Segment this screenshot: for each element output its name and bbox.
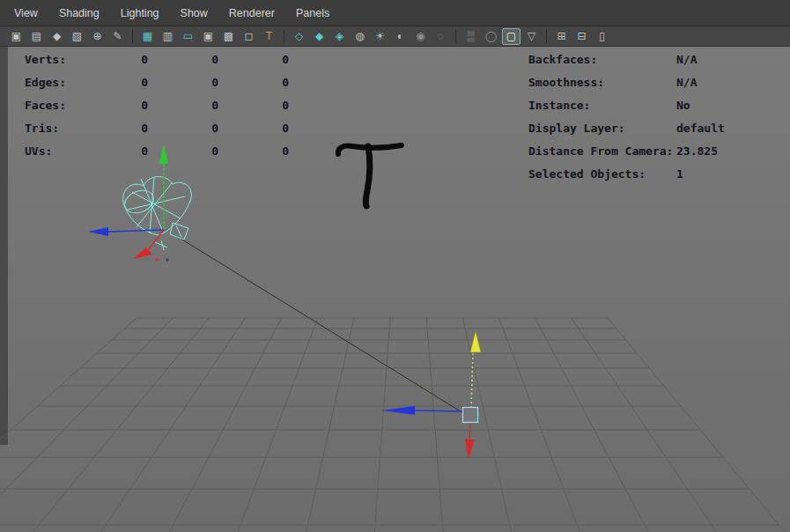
ground-grid [0, 318, 786, 532]
menu-renderer[interactable]: Renderer [229, 7, 275, 19]
xray-icon[interactable]: ▽ [522, 28, 541, 45]
safe-action-icon[interactable]: ◻ [240, 28, 258, 45]
x-axis-arrow[interactable] [465, 440, 475, 459]
menu-lighting[interactable]: Lighting [121, 7, 159, 19]
depth-of-field-icon[interactable]: ◯ [482, 28, 500, 45]
smooth-shade-icon[interactable]: ◆ [310, 28, 329, 45]
view-transform-icon[interactable]: ▯ [593, 28, 611, 45]
menu-show[interactable]: Show [181, 7, 208, 19]
safe-title-icon[interactable]: T [260, 28, 278, 45]
toolbar-separator [546, 30, 547, 43]
screen-space-ao-icon[interactable]: ◉ [411, 28, 430, 45]
gate-mask-icon[interactable]: ▣ [199, 28, 218, 45]
z-axis-arrow[interactable] [381, 406, 415, 415]
maya-viewport-panel: View Shading Lighting Show Renderer Pane… [0, 0, 790, 532]
use-default-material-icon[interactable]: ◍ [351, 28, 369, 45]
select-camera-icon[interactable]: ▣ [7, 28, 26, 45]
toolbar-separator [284, 30, 284, 43]
t-curve-object[interactable] [338, 145, 402, 206]
wireframe-icon[interactable]: ◇ [290, 28, 308, 45]
isolate-select-icon[interactable]: ▢ [502, 28, 521, 45]
bookmark-icon[interactable]: ◆ [48, 28, 66, 45]
x-axis-shaft[interactable] [469, 424, 470, 440]
viewport-toolbar: ▣▤◆▧⊕✎▦▥▭▣▩◻T◇◆◈◍☀◐◉◌▒◯▢▽⊞⊟▯ [0, 26, 790, 47]
field-chart-icon[interactable]: ▩ [219, 28, 238, 45]
grid-icon[interactable]: ▦ [138, 28, 157, 45]
grease-pencil-icon[interactable]: ✎ [108, 28, 127, 45]
selection-box[interactable] [463, 408, 478, 423]
scene-canvas [0, 47, 790, 532]
shadows-icon[interactable]: ◐ [391, 28, 410, 45]
menu-view[interactable]: View [14, 7, 38, 19]
mesh-vertex-marker-dark [166, 259, 169, 262]
mesh-vertex-marker-red [155, 258, 159, 262]
textured-icon[interactable]: ◈ [330, 28, 349, 45]
move-manipulator-object[interactable] [88, 144, 168, 259]
resolution-gate-icon[interactable]: ▭ [179, 28, 197, 45]
z-axis-shaft[interactable] [108, 230, 164, 232]
motion-blur-icon[interactable]: ◌ [432, 28, 450, 45]
active-axis-arrow-yellow[interactable] [470, 331, 481, 352]
camera-attributes-icon[interactable]: ▤ [27, 28, 46, 45]
two-d-pan-zoom-icon[interactable]: ⊕ [88, 28, 107, 45]
toolbar-separator [132, 30, 133, 43]
multisample-icon[interactable]: ▒ [461, 28, 480, 45]
move-manipulator-selected[interactable] [381, 331, 481, 459]
menu-panels[interactable]: Panels [296, 7, 329, 19]
panel-menubar: View Shading Lighting Show Renderer Pane… [0, 0, 790, 26]
image-plane-icon[interactable]: ▧ [68, 28, 86, 45]
toolbar-separator [455, 30, 456, 43]
exposure-icon[interactable]: ⊞ [552, 28, 571, 45]
perspective-viewport[interactable]: Verts: 0 0 0 Edges: 0 0 0 Faces: 0 0 0 T… [0, 47, 790, 532]
film-gate-icon[interactable]: ▥ [159, 28, 177, 45]
y-axis-arrow[interactable] [159, 144, 168, 164]
z-axis-shaft[interactable] [415, 410, 462, 411]
pivot-connector-line [178, 237, 463, 413]
gamma-icon[interactable]: ⊟ [572, 28, 591, 45]
menu-shading[interactable]: Shading [59, 7, 100, 19]
lighting-icon[interactable]: ☀ [371, 28, 389, 45]
z-axis-arrow[interactable] [88, 227, 108, 236]
